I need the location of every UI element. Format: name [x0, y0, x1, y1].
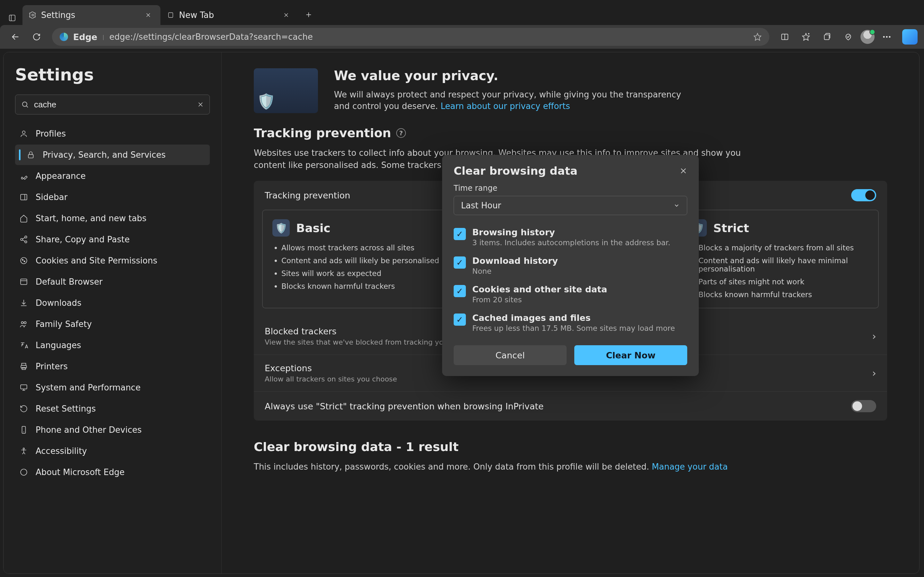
strict-inprivate-toggle[interactable] [851, 400, 876, 412]
sidebar-item-appearance[interactable]: Appearance [15, 166, 210, 186]
profile-avatar[interactable] [861, 30, 875, 44]
dialog-close-button[interactable] [680, 167, 687, 175]
home-icon [19, 213, 29, 223]
close-tab-button[interactable] [144, 11, 153, 19]
access-icon [19, 446, 29, 456]
svg-rect-37 [21, 279, 27, 284]
checkbox[interactable]: ✓ [454, 256, 466, 269]
favorites-button[interactable] [797, 28, 815, 46]
sidebar-item-share-copy-and-paste[interactable]: Share, Copy and Paste [15, 229, 210, 250]
svg-point-40 [21, 322, 23, 324]
svg-point-29 [25, 236, 27, 238]
clear-item-sub: Frees up less than 17.5 MB. Some sites m… [472, 324, 675, 332]
sidebar-item-cookies-and-site-permissions[interactable]: Cookies and Site Permissions [15, 250, 210, 271]
sidebar-item-reset-settings[interactable]: Reset Settings [15, 398, 210, 419]
close-tab-button[interactable] [282, 11, 291, 19]
cancel-button[interactable]: Cancel [454, 345, 567, 365]
svg-point-35 [22, 259, 23, 260]
checkbox[interactable]: ✓ [454, 314, 466, 326]
sidebar-item-start-home-and-new-tabs[interactable]: Start, home, and new tabs [15, 208, 210, 229]
svg-point-20 [889, 36, 891, 38]
family-icon [19, 319, 29, 329]
address-bar[interactable]: Edge | edge://settings/clearBrowserData?… [52, 28, 769, 46]
chevron-right-icon: › [872, 330, 876, 342]
tab-label: Settings [41, 10, 75, 20]
checkbox[interactable]: ✓ [454, 285, 466, 297]
sidebar-item-downloads[interactable]: Downloads [15, 293, 210, 313]
tab-settings[interactable]: Settings [23, 5, 160, 25]
clear-now-button[interactable]: Clear Now [574, 345, 687, 365]
mode-bullet: Blocks known harmful trackers [698, 290, 869, 299]
svg-point-19 [886, 36, 888, 38]
privacy-learn-link[interactable]: Learn about our privacy efforts [441, 101, 570, 111]
gear-icon [29, 11, 37, 19]
mode-bullet: Parts of sites might not work [698, 277, 869, 286]
browser-essentials-button[interactable] [839, 28, 857, 46]
clear-data-item[interactable]: ✓Download historyNone [454, 253, 687, 279]
settings-search[interactable] [15, 95, 210, 114]
collections-button[interactable] [818, 28, 836, 46]
clear-browsing-dialog: Clear browsing data Time range Last Hour… [442, 155, 699, 376]
sidebar-item-family-safety[interactable]: Family Safety [15, 314, 210, 334]
clear-item-sub: None [472, 267, 558, 276]
tab-new-tab[interactable]: New Tab [160, 5, 298, 25]
split-screen-button[interactable] [776, 28, 794, 46]
search-icon [21, 101, 29, 108]
mode-basic[interactable]: 🛡️Basic Allows most trackers across all … [262, 210, 462, 308]
panel-icon [19, 192, 29, 202]
sidebar-item-system-and-performance[interactable]: System and Performance [15, 377, 210, 398]
time-range-select[interactable]: Last Hour [454, 196, 687, 215]
sidebar-item-label: Default Browser [36, 277, 103, 287]
tracking-toggle[interactable] [851, 189, 876, 201]
svg-point-30 [21, 239, 23, 241]
sidebar-item-label: Appearance [36, 171, 86, 181]
clear-data-item[interactable]: ✓Cached images and filesFrees up less th… [454, 309, 687, 335]
sidebar-item-privacy-search-and-services[interactable]: Privacy, Search, and Services [15, 145, 210, 165]
mode-bullet: Allows most trackers across all sites [281, 243, 451, 252]
clear-item-sub: From 20 sites [472, 295, 607, 304]
tab-actions-button[interactable] [5, 11, 19, 25]
svg-rect-48 [22, 426, 26, 434]
clear-search-button[interactable] [197, 101, 204, 108]
clear-data-item[interactable]: ✓Browsing history3 items. Includes autoc… [454, 224, 687, 250]
manage-data-link[interactable]: Manage your data [652, 462, 728, 472]
back-button[interactable] [6, 28, 24, 46]
sidebar-item-label: Share, Copy and Paste [36, 235, 129, 244]
sidebar-item-sidebar[interactable]: Sidebar [15, 187, 210, 207]
mode-strict[interactable]: 🛡️Strict Blocks a majority of trackers f… [679, 210, 879, 308]
checkbox[interactable]: ✓ [454, 228, 466, 240]
sidebar-item-label: Reset Settings [36, 404, 96, 414]
settings-sidebar: Settings ProfilesPrivacy, Search, and Se… [3, 52, 222, 574]
favorite-star-icon[interactable] [753, 33, 762, 41]
svg-point-34 [21, 258, 27, 264]
sidebar-item-label: Downloads [36, 298, 81, 308]
mode-bullet: Sites will work as expected [281, 269, 451, 277]
lock-icon [26, 150, 36, 160]
svg-point-2 [32, 14, 34, 16]
sidebar-item-phone-and-other-devices[interactable]: Phone and Other Devices [15, 420, 210, 440]
sidebar-item-profiles[interactable]: Profiles [15, 123, 210, 144]
help-icon[interactable]: ? [396, 128, 406, 138]
settings-content: We value your privacy. We will always pr… [222, 52, 919, 574]
basic-shield-icon: 🛡️ [272, 219, 290, 237]
page-icon [167, 11, 174, 19]
sidebar-item-default-browser[interactable]: Default Browser [15, 271, 210, 292]
sidebar-item-label: Accessibility [36, 446, 87, 456]
svg-point-36 [24, 261, 25, 262]
sidebar-item-label: Family Safety [36, 319, 92, 329]
privacy-illustration [254, 68, 318, 113]
settings-title: Settings [15, 65, 210, 84]
chevron-right-icon: › [872, 367, 876, 379]
sidebar-item-languages[interactable]: Languages [15, 335, 210, 356]
more-menu-button[interactable] [878, 28, 896, 46]
blocked-trackers-title: Blocked trackers [265, 326, 448, 336]
sidebar-item-accessibility[interactable]: Accessibility [15, 441, 210, 461]
new-tab-button[interactable] [302, 8, 316, 22]
refresh-button[interactable] [27, 28, 45, 46]
settings-search-input[interactable] [34, 100, 192, 110]
edge-logo-icon [60, 33, 68, 41]
clear-data-item[interactable]: ✓Cookies and other site dataFrom 20 site… [454, 281, 687, 307]
sidebar-item-about-microsoft-edge[interactable]: About Microsoft Edge [15, 462, 210, 482]
sidebar-item-printers[interactable]: Printers [15, 356, 210, 377]
copilot-button[interactable] [902, 29, 918, 45]
